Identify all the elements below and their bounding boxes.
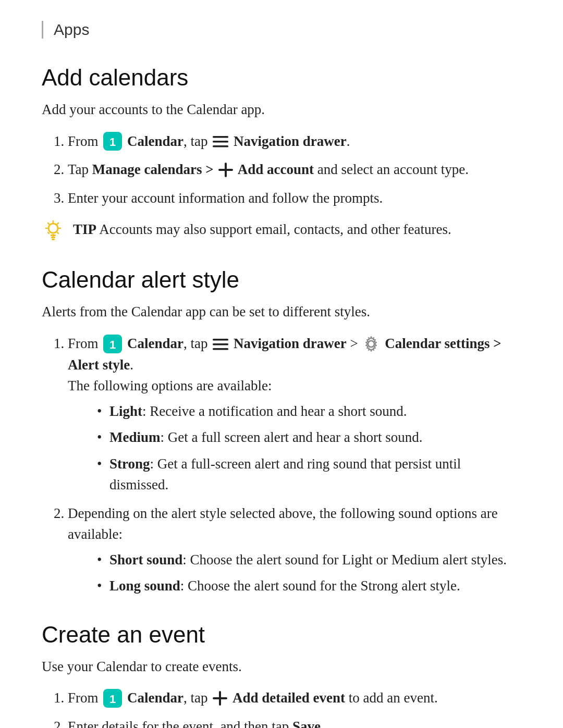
svg-rect-23 (213, 348, 228, 350)
add-account-plus-icon (218, 163, 233, 177)
calendar-settings-icon (363, 336, 380, 352)
svg-rect-4 (213, 145, 228, 147)
step-item: From 1 Calendar, tap Navigation drawer >… (68, 333, 521, 496)
svg-rect-6 (218, 169, 233, 171)
sound-options: Short sound: Choose the alert sound for … (68, 549, 521, 597)
svg-line-12 (48, 223, 49, 224)
section-create-event: Create an event Use your Calendar to cre… (42, 622, 521, 728)
svg-text:1: 1 (109, 693, 116, 706)
step-item: From 1 Calendar, tap Navigation drawer. (68, 131, 521, 152)
bullet-item: Long sound: Choose the alert sound for t… (109, 575, 521, 597)
add-calendars-steps: From 1 Calendar, tap Navigation drawer. … (42, 131, 521, 209)
calendar-app-icon: 1 (103, 132, 122, 151)
tip-lightbulb-icon (42, 219, 65, 242)
svg-rect-2 (213, 136, 228, 138)
nav-drawer-icon-2 (213, 339, 228, 350)
bullet-item: Light: Receive a notification and hear a… (109, 401, 521, 422)
tip-text: TIP Accounts may also support email, con… (73, 219, 451, 240)
section-calendar-alert-style: Calendar alert style Alerts from the Cal… (42, 267, 521, 596)
svg-rect-16 (51, 235, 56, 236)
step-item: Enter details for the event, and then ta… (68, 716, 521, 728)
step-item: From 1 Calendar, tap Add detailed event … (68, 687, 521, 709)
alert-style-options: Light: Receive a notification and hear a… (68, 401, 521, 496)
nav-drawer-icon (213, 136, 228, 147)
calendar-app-icon-3: 1 (103, 689, 122, 708)
section-title-create-event: Create an event (42, 622, 521, 648)
step-item: Depending on the alert style selected ab… (68, 503, 521, 597)
calendar-app-icon-2: 1 (103, 335, 122, 353)
page-header: Apps (42, 21, 521, 39)
svg-text:1: 1 (109, 135, 116, 149)
svg-point-7 (48, 224, 58, 233)
section-title-calendar-alert-style: Calendar alert style (42, 267, 521, 293)
svg-point-24 (368, 341, 374, 347)
section-intro-calendar-alert-style: Alerts from the Calendar app can be set … (42, 301, 521, 323)
svg-rect-22 (213, 343, 228, 346)
svg-rect-18 (52, 239, 55, 240)
svg-line-15 (48, 232, 49, 233)
create-event-steps: From 1 Calendar, tap Add detailed event … (42, 687, 521, 728)
svg-rect-3 (213, 141, 228, 143)
svg-rect-17 (51, 237, 55, 238)
step-item: Tap Manage calendars > Add account and s… (68, 159, 521, 180)
header-title: Apps (54, 21, 89, 38)
section-title-add-calendars: Add calendars (42, 65, 521, 91)
add-event-plus-icon (213, 691, 227, 706)
section-intro-create-event: Use your Calendar to create events. (42, 656, 521, 677)
svg-rect-21 (213, 339, 228, 341)
section-add-calendars: Add calendars Add your accounts to the C… (42, 65, 521, 242)
svg-line-14 (57, 223, 58, 224)
bullet-item: Strong: Get a full-screen alert and ring… (109, 453, 521, 496)
svg-text:1: 1 (109, 338, 116, 351)
bullet-item: Medium: Get a full screen alert and hear… (109, 427, 521, 448)
svg-line-13 (57, 232, 58, 233)
calendar-alert-steps: From 1 Calendar, tap Navigation drawer >… (42, 333, 521, 597)
svg-rect-28 (213, 697, 227, 699)
bullet-item: Short sound: Choose the alert sound for … (109, 549, 521, 571)
tip-box: TIP Accounts may also support email, con… (42, 219, 521, 242)
step-item: Enter your account information and follo… (68, 188, 521, 209)
section-intro-add-calendars: Add your accounts to the Calendar app. (42, 99, 521, 120)
